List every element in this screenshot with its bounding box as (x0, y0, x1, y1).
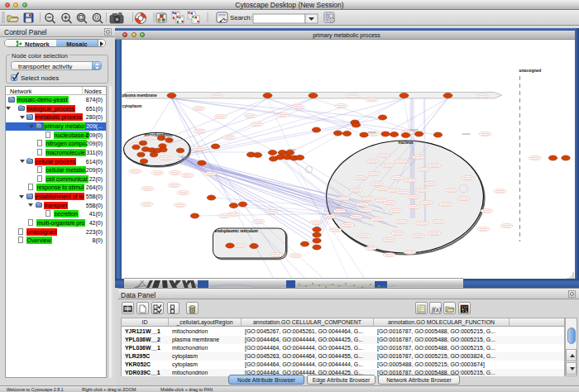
svg-text:Search:: Search: (230, 14, 252, 22)
svg-text:f(x): f(x) (432, 306, 441, 313)
svg-text:endoplasmic reticulum: endoplasmic reticulum (214, 229, 257, 233)
svg-text:nucleus: nucleus (398, 141, 413, 145)
svg-text:plasma membrane: plasma membrane (122, 93, 156, 98)
svg-text:cytoplasm: cytoplasm (122, 104, 141, 108)
svg-text:unassigned: unassigned (519, 69, 541, 73)
